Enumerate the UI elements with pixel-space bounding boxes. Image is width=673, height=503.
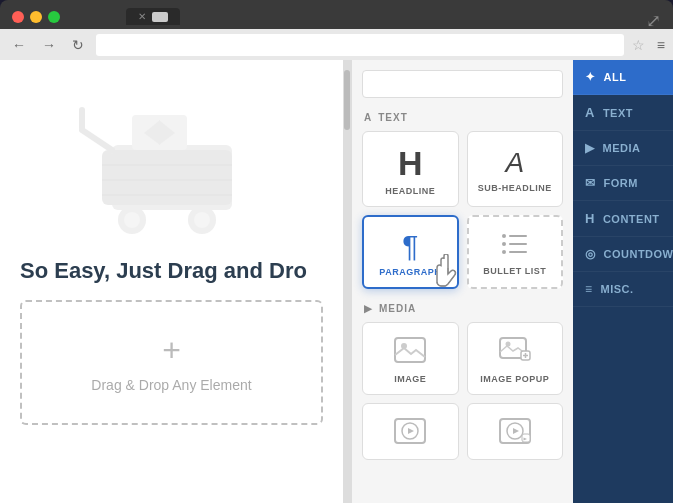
close-button[interactable] bbox=[12, 11, 24, 23]
main-area: So Easy, Just Drag and Dro + Drag & Drop… bbox=[0, 60, 673, 503]
sidebar-item-content-label: CONTENT bbox=[603, 213, 660, 225]
sidebar-item-form[interactable]: ✉ FORM bbox=[573, 166, 673, 201]
video1-icon bbox=[394, 418, 426, 449]
sidebar-item-text[interactable]: A TEXT bbox=[573, 95, 673, 131]
svg-marker-28 bbox=[408, 428, 414, 434]
expand-icon[interactable]: ⤢ bbox=[646, 10, 661, 32]
back-button[interactable]: ← bbox=[8, 35, 30, 55]
svg-point-7 bbox=[124, 212, 140, 228]
element-card-video2[interactable] bbox=[467, 403, 564, 460]
image-icon bbox=[394, 337, 426, 368]
svg-rect-19 bbox=[395, 338, 425, 362]
refresh-button[interactable]: ↻ bbox=[68, 35, 88, 55]
element-card-headline[interactable]: H HEADLINE bbox=[362, 131, 459, 207]
element-card-paragraph[interactable]: ¶ PARAGRAPH bbox=[362, 215, 459, 289]
element-card-image[interactable]: IMAGE bbox=[362, 322, 459, 395]
bookmark-icon: ☆ bbox=[632, 37, 645, 53]
paragraph-label: PARAGRAPH bbox=[379, 267, 441, 277]
text-elements-grid: H HEADLINE A SUB-HEADLINE ¶ PARAGRAPH bbox=[362, 131, 563, 289]
sidebar-item-misc[interactable]: ≡ MISC. bbox=[573, 272, 673, 307]
drop-zone[interactable]: + Drag & Drop Any Element bbox=[20, 300, 323, 425]
drop-plus-icon: + bbox=[162, 332, 181, 369]
svg-rect-18 bbox=[509, 251, 527, 253]
sidebar-item-countdown-label: COUNTDOWN bbox=[604, 248, 674, 260]
browser-chrome: ✕ ⤢ ← → ↻ ☆ ≡ bbox=[0, 0, 673, 60]
sidebar-item-all-label: ALL bbox=[604, 71, 627, 83]
paragraph-icon: ¶ bbox=[402, 231, 418, 261]
svg-point-14 bbox=[502, 242, 506, 246]
all-icon: ✦ bbox=[585, 70, 596, 84]
media-section-text: MEDIA bbox=[379, 303, 416, 314]
tab-favicon bbox=[152, 12, 168, 22]
svg-rect-16 bbox=[509, 235, 527, 237]
element-card-bullet-list[interactable]: BULLET LIST bbox=[467, 215, 564, 289]
titlebar: ✕ ⤢ bbox=[0, 0, 673, 29]
sidebar-item-text-label: TEXT bbox=[603, 107, 633, 119]
svg-rect-32 bbox=[522, 434, 530, 442]
scroll-thumb[interactable] bbox=[344, 70, 350, 130]
sub-headline-icon: A bbox=[505, 149, 524, 177]
text-section-label: A TEXT bbox=[362, 108, 563, 131]
svg-point-9 bbox=[194, 212, 210, 228]
browser-menu-icon[interactable]: ≡ bbox=[657, 37, 665, 53]
media-elements-grid: IMAGE IMAGE POPUP bbox=[362, 322, 563, 460]
media-section-label: ▶ MEDIA bbox=[362, 299, 563, 322]
sidebar-item-countdown[interactable]: ◎ COUNTDOWN bbox=[573, 237, 673, 272]
right-sidebar: ✦ ALL A TEXT ▶ MEDIA ✉ FORM H CONTENT ◎ … bbox=[573, 60, 673, 503]
elements-panel: A TEXT H HEADLINE A SUB-HEADLINE ¶ PARAG… bbox=[351, 60, 573, 503]
address-bar: ← → ↻ ☆ ≡ bbox=[0, 29, 673, 60]
svg-marker-31 bbox=[513, 428, 519, 434]
video2-icon bbox=[499, 418, 531, 449]
countdown-icon: ◎ bbox=[585, 247, 596, 261]
sidebar-item-form-label: FORM bbox=[604, 177, 638, 189]
bullet-list-icon bbox=[501, 232, 529, 260]
svg-point-13 bbox=[502, 234, 506, 238]
headline-icon: H bbox=[398, 146, 423, 180]
sidebar-item-all[interactable]: ✦ ALL bbox=[573, 60, 673, 95]
element-search[interactable] bbox=[362, 70, 563, 98]
media-icon: ▶ bbox=[585, 141, 595, 155]
cart-svg bbox=[72, 100, 272, 240]
sidebar-item-media-label: MEDIA bbox=[603, 142, 641, 154]
text-section-text: TEXT bbox=[378, 112, 408, 123]
minimize-button[interactable] bbox=[30, 11, 42, 23]
drop-zone-label: Drag & Drop Any Element bbox=[91, 377, 251, 393]
element-card-video1[interactable] bbox=[362, 403, 459, 460]
headline-label: HEADLINE bbox=[385, 186, 435, 196]
browser-tab[interactable]: ✕ bbox=[126, 8, 180, 25]
scroll-divider bbox=[343, 60, 351, 503]
content-icon: H bbox=[585, 211, 595, 226]
element-card-sub-headline[interactable]: A SUB-HEADLINE bbox=[467, 131, 564, 207]
text-section-icon: A bbox=[364, 112, 372, 123]
media-section-icon: ▶ bbox=[364, 303, 373, 314]
address-input[interactable] bbox=[96, 34, 624, 56]
image-popup-label: IMAGE POPUP bbox=[480, 374, 549, 384]
canvas-area: So Easy, Just Drag and Dro + Drag & Drop… bbox=[0, 60, 343, 503]
form-icon: ✉ bbox=[585, 176, 596, 190]
canvas-heading: So Easy, Just Drag and Dro bbox=[20, 250, 323, 300]
sidebar-item-content[interactable]: H CONTENT bbox=[573, 201, 673, 237]
sidebar-item-media[interactable]: ▶ MEDIA bbox=[573, 131, 673, 166]
svg-point-15 bbox=[502, 250, 506, 254]
text-icon: A bbox=[585, 105, 595, 120]
image-label: IMAGE bbox=[394, 374, 426, 384]
misc-icon: ≡ bbox=[585, 282, 593, 296]
sidebar-item-misc-label: MISC. bbox=[601, 283, 634, 295]
svg-rect-1 bbox=[102, 150, 232, 205]
cursor-hand-icon bbox=[431, 254, 467, 305]
image-popup-icon bbox=[499, 337, 531, 368]
bullet-list-label: BULLET LIST bbox=[483, 266, 546, 276]
cart-illustration bbox=[20, 80, 323, 250]
tab-close-icon[interactable]: ✕ bbox=[138, 11, 146, 22]
sub-headline-label: SUB-HEADLINE bbox=[478, 183, 552, 193]
element-card-image-popup[interactable]: IMAGE POPUP bbox=[467, 322, 564, 395]
forward-button[interactable]: → bbox=[38, 35, 60, 55]
svg-rect-17 bbox=[509, 243, 527, 245]
maximize-button[interactable] bbox=[48, 11, 60, 23]
